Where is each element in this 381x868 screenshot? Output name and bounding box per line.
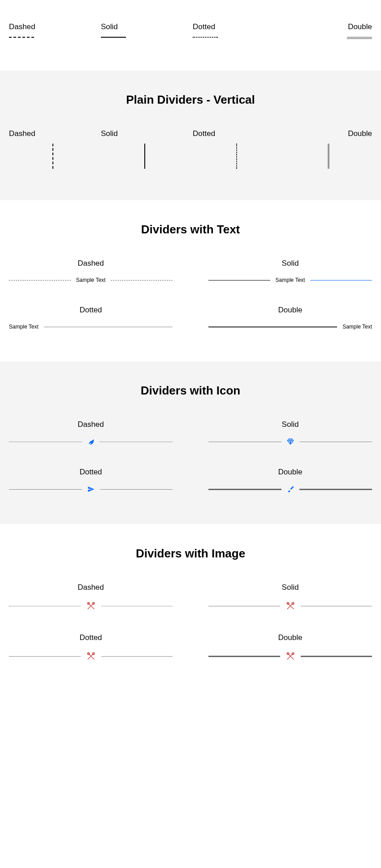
segment-right xyxy=(100,442,173,442)
segment-left xyxy=(9,442,82,442)
col-dashed: Dashed Sample Text xyxy=(9,259,173,283)
divider-text: Sample Text xyxy=(342,324,372,330)
row: Dashed Sample Text Solid Sample Text xyxy=(9,259,372,283)
label: Dashed xyxy=(9,420,173,429)
segment-left xyxy=(9,489,82,490)
col-dashed: Dashed xyxy=(9,583,173,611)
segment-left xyxy=(208,442,281,442)
segment-left xyxy=(9,656,81,657)
divider-with-image xyxy=(208,601,372,611)
divider-with-text: Sample Text xyxy=(208,277,372,283)
segment-left xyxy=(208,656,280,657)
paper-plane-icon xyxy=(87,486,95,493)
divider-with-text: Sample Text xyxy=(208,324,372,330)
label: Double xyxy=(285,22,372,31)
divider-dotted xyxy=(193,37,218,38)
col-solid: Solid xyxy=(101,129,188,169)
label: Dashed xyxy=(9,259,173,268)
segment-left xyxy=(208,606,280,606)
col-solid: Solid Sample Text xyxy=(208,259,372,283)
col-dashed: Dashed xyxy=(9,420,173,445)
col-dotted: Dotted xyxy=(193,129,280,169)
col-dotted: Dotted xyxy=(9,468,173,493)
crossed-utensils-icon xyxy=(86,601,96,611)
divider-with-text: Sample Text xyxy=(9,277,173,283)
segment-right xyxy=(44,327,173,327)
crossed-utensils-icon xyxy=(86,651,96,661)
dividers-image-section: Dividers with Image Dashed Solid xyxy=(0,524,381,693)
col-dotted: Dotted Sample Text xyxy=(9,306,173,330)
row: Dashed Solid Dotted Double xyxy=(9,22,372,39)
segment-right xyxy=(100,489,173,490)
divider-double-vertical xyxy=(328,144,329,169)
label: Double xyxy=(285,129,372,138)
label: Solid xyxy=(208,420,372,429)
divider-with-image xyxy=(9,651,173,661)
dividers-text-section: Dividers with Text Dashed Sample Text So… xyxy=(0,200,381,361)
segment-right xyxy=(301,656,372,657)
section-title: Dividers with Text xyxy=(9,223,372,237)
divider-with-image xyxy=(9,601,173,611)
col-double: Double xyxy=(208,468,372,493)
label: Dotted xyxy=(193,129,280,138)
row: Dashed Solid xyxy=(9,583,372,611)
divider-with-text: Sample Text xyxy=(9,324,173,330)
col-double: Double Sample Text xyxy=(208,306,372,330)
label: Double xyxy=(208,468,372,477)
label: Solid xyxy=(208,259,372,268)
divider-dotted-vertical xyxy=(236,144,237,169)
label: Dotted xyxy=(9,633,173,642)
divider-dashed-vertical xyxy=(52,144,53,169)
label: Dotted xyxy=(9,306,173,315)
divider-solid-vertical xyxy=(144,144,145,169)
crossed-utensils-icon xyxy=(286,601,295,611)
label: Dotted xyxy=(9,468,173,477)
col-dashed: Dashed xyxy=(9,22,96,39)
segment-left xyxy=(9,280,71,281)
plain-horizontal-section: Dashed Solid Dotted Double xyxy=(0,0,381,70)
plain-vertical-section: Plain Dividers - Vertical Dashed Solid D… xyxy=(0,70,381,200)
label: Double xyxy=(208,306,372,315)
row: Dotted Sample Text Double Sample Text xyxy=(9,306,372,330)
brush-icon xyxy=(287,486,294,493)
row: Dotted Double xyxy=(9,633,372,661)
col-dashed: Dashed xyxy=(9,129,96,169)
divider-with-icon xyxy=(9,486,173,493)
divider-text: Sample Text xyxy=(276,277,305,283)
divider-with-icon xyxy=(208,486,372,493)
section-title: Plain Dividers - Vertical xyxy=(9,93,372,107)
divider-double xyxy=(347,37,372,39)
segment-right xyxy=(299,442,372,442)
col-solid: Solid xyxy=(208,420,372,445)
row: Dashed Solid Dotted Double xyxy=(9,129,372,169)
divider-dashed xyxy=(9,37,34,38)
divider-solid xyxy=(101,37,126,38)
divider-text: Sample Text xyxy=(76,277,106,283)
col-solid: Solid xyxy=(208,583,372,611)
label: Solid xyxy=(101,129,188,138)
label: Double xyxy=(208,633,372,642)
segment-left xyxy=(208,489,281,490)
segment-right xyxy=(310,280,372,281)
label: Dotted xyxy=(193,22,280,31)
segment-right xyxy=(101,656,173,657)
segment-right xyxy=(111,280,173,281)
dividers-icon-section: Dividers with Icon Dashed Solid xyxy=(0,361,381,524)
gem-icon xyxy=(287,438,294,445)
row: Dashed Solid xyxy=(9,420,372,445)
segment-left xyxy=(208,280,270,281)
segment-right xyxy=(101,606,173,606)
divider-text: Sample Text xyxy=(9,324,39,330)
segment-left xyxy=(9,606,81,606)
label: Solid xyxy=(208,583,372,592)
section-title: Dividers with Image xyxy=(9,547,372,561)
row: Dotted Double xyxy=(9,468,372,493)
col-double: Double xyxy=(208,633,372,661)
label: Dashed xyxy=(9,129,96,138)
divider-with-icon xyxy=(9,438,173,445)
col-solid: Solid xyxy=(101,22,188,39)
section-title: Dividers with Icon xyxy=(9,384,372,398)
label: Dashed xyxy=(9,583,173,592)
col-dotted: Dotted xyxy=(193,22,280,39)
label: Solid xyxy=(101,22,188,31)
